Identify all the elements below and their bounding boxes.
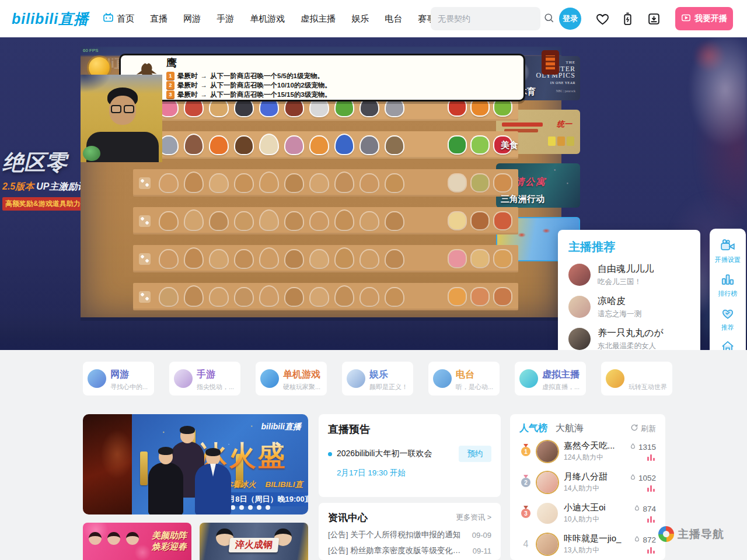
battery-charge-icon[interactable]: [620, 11, 635, 26]
streamer-name: 自由魂儿儿儿: [598, 263, 654, 275]
nav-item-0[interactable]: 首页: [103, 12, 134, 25]
recommend-list: 自由魂儿儿儿吃会儿三国！凉哈皮遗忘之海一测养一只丸丸のが东北最温柔的女人: [568, 262, 690, 350]
promo-carousel[interactable]: bilibili直播 冰火盛 主播陪你看冰火BILIBILI直 2月8日（周日）…: [83, 414, 308, 514]
rank-item[interactable]: 3小迪大王oi10人助力中874: [519, 499, 656, 527]
nav-item-3[interactable]: 手游: [217, 13, 234, 24]
carousel-logo: bilibili直播: [261, 422, 301, 432]
recommended-streamer[interactable]: 自由魂儿儿儿吃会儿三国！: [568, 262, 690, 288]
search-icon[interactable]: [543, 12, 554, 26]
nav-item-label: 电台: [385, 13, 402, 24]
live-stream-player[interactable]: 60 FPS bili直播 鹰 1晕厥时→从下一阶商店召唤一个5/5的1级宠物。…: [81, 47, 561, 321]
broadcast-label: 我要开播: [694, 13, 727, 24]
category-card-5[interactable]: 虚拟主播虚拟直播，...: [515, 362, 586, 396]
card-label: 美食: [501, 140, 518, 151]
promo-title: 绝区零: [2, 148, 82, 177]
popularity-icon: [633, 536, 641, 545]
search-input[interactable]: [438, 14, 543, 23]
tab-grand-sailing[interactable]: 大航海: [556, 422, 584, 435]
pet-sprite: [310, 250, 328, 268]
refresh-button[interactable]: 刷新: [630, 424, 656, 434]
category-desc: 玩转互动世界: [629, 383, 667, 391]
rank-item[interactable]: 4咔咔就是一jio_13人助力中872: [519, 530, 656, 558]
pet-sprite: [185, 173, 203, 192]
nav-item-6[interactable]: 娱乐: [351, 13, 369, 24]
category-card-6[interactable]: 玩转互动世界: [601, 362, 672, 396]
nav-item-2[interactable]: 网游: [183, 13, 201, 24]
food-sprite: [449, 136, 466, 153]
category-card-1[interactable]: 手游指尖悦动，...: [169, 362, 240, 396]
beauty-event-banner[interactable]: 美颜助阵 焕彩迎春: [83, 523, 191, 560]
toolbar-item-heart[interactable]: 推荐: [710, 302, 746, 336]
game-board: [133, 93, 518, 315]
category-desc: 指尖悦动，...: [197, 383, 234, 391]
avatar: [537, 472, 558, 493]
toolbar-item-camera[interactable]: 开播设置: [710, 235, 746, 268]
game-board-row: [133, 283, 518, 310]
pet-sprite: [185, 286, 203, 306]
reserve-button[interactable]: 预约: [459, 446, 491, 462]
food-items: [449, 174, 511, 191]
banner-text: 美颜助阵 焕彩迎春: [152, 530, 187, 552]
game-tooltip: 鹰 1晕厥时→从下一阶商店召唤一个5/5的1级宠物。2晕厥时→从下一阶商店召唤一…: [119, 54, 525, 102]
count-value: 1052: [638, 474, 656, 482]
carousel-dot-5[interactable]: [248, 505, 253, 510]
category-title: 娱乐: [369, 369, 408, 381]
category-card-2[interactable]: 单机游戏硬核玩家聚...: [256, 362, 327, 396]
tooltip-line: 2晕厥时→从下一阶商店召唤一个10/10的2级宠物。: [166, 80, 515, 90]
avatar: [537, 534, 558, 555]
zzz-promo-banner[interactable]: 绝区零 2.5版本UP主激励计划 高额奖励&游戏道具助力创作: [2, 148, 82, 211]
pet-sprite: [185, 211, 203, 230]
rank-metrics: 1315: [629, 443, 656, 461]
carousel-dot-6[interactable]: [257, 505, 261, 510]
nav-item-1[interactable]: 直播: [150, 13, 167, 24]
tooltip-title: 鹰: [166, 56, 515, 70]
pet-sprite: [336, 135, 353, 154]
site-logo[interactable]: bilibili直播: [12, 9, 89, 29]
streamer-nav-float-button[interactable]: 主播导航: [658, 526, 724, 542]
pet-sprite: [361, 174, 378, 192]
rank-metrics: 1052: [629, 474, 656, 492]
toolbar-item-home[interactable]: 公会入驻: [710, 336, 746, 350]
news-item[interactable]: [公告] 粉丝勋章亲密度改版等级变化说明09-11: [328, 545, 491, 556]
category-card-4[interactable]: 电台听，是心动...: [428, 362, 500, 396]
food-sprite: [472, 288, 488, 305]
nav-item-4[interactable]: 单机游戏: [250, 13, 285, 24]
esports-event-banner[interactable]: 淬火成钢: [200, 523, 308, 560]
toolbar-item-chart[interactable]: 排行榜: [710, 268, 746, 302]
start-broadcast-button[interactable]: 我要开播: [675, 7, 733, 30]
nav-item-5[interactable]: 虚拟主播: [301, 13, 336, 24]
nav-item-7[interactable]: 电台: [385, 13, 402, 24]
category-card-3[interactable]: 娱乐颜即是正义！: [342, 362, 413, 396]
pinwheel-icon: [658, 526, 674, 542]
favorites-heart-icon[interactable]: [595, 11, 610, 26]
category-card-0[interactable]: 网游寻找心中的...: [83, 362, 154, 396]
rank-item[interactable]: 2月绛八分甜14人助力中1052: [519, 468, 656, 496]
carousel-dot-3[interactable]: [231, 505, 235, 510]
carousel-dot-7[interactable]: [266, 505, 270, 510]
news-title: 资讯中心: [328, 511, 368, 524]
recommend-title: 主播推荐: [568, 239, 690, 255]
food-sprite: [472, 212, 488, 229]
recommended-streamer[interactable]: 养一只丸丸のが东北最温柔的女人: [568, 326, 690, 350]
food-sprite: [472, 136, 488, 153]
login-button[interactable]: 登录: [559, 8, 581, 30]
rank-item[interactable]: 1嘉然今天吃...124人助力中1315: [519, 438, 656, 466]
category-text: 单机游戏硬核玩家聚...: [283, 366, 320, 391]
game-board-row: [133, 131, 518, 159]
carousel-dot-4[interactable]: [239, 505, 244, 510]
pet-sprite: [160, 136, 177, 154]
card-label: 三角洲行动: [501, 194, 544, 205]
pet-sprite: [235, 212, 253, 230]
pack: [557, 136, 565, 146]
news-more-link[interactable]: 更多资讯 >: [456, 513, 491, 523]
nav-item-label: 直播: [150, 13, 167, 24]
food-sprite: [472, 250, 488, 267]
search-box[interactable]: [431, 7, 540, 30]
rank-list: 1嘉然今天吃...124人助力中13152月绛八分甜14人助力中10523小迪大…: [519, 438, 656, 560]
news-text: [公告] 关于个人所得税扣缴申报的通知: [328, 530, 466, 540]
tab-popularity[interactable]: 人气榜: [519, 422, 547, 435]
download-icon[interactable]: [646, 11, 661, 26]
category-desc: 听，是心动...: [456, 383, 493, 391]
news-item[interactable]: [公告] 关于个人所得税扣缴申报的通知09-09: [328, 530, 491, 540]
recommended-streamer[interactable]: 凉哈皮遗忘之海一测: [568, 294, 690, 320]
